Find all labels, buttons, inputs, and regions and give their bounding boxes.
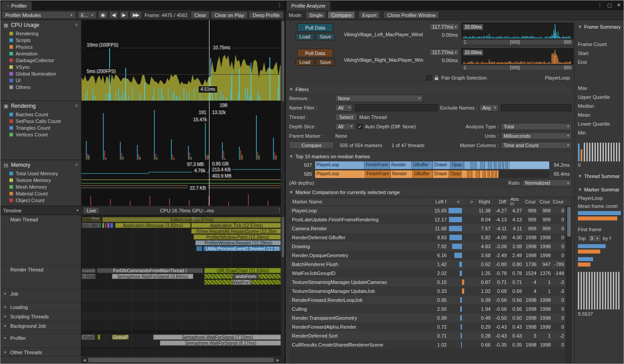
timeline-span[interactable]: Utility.ProcessEvent() [Invoke] (12.20 [203, 246, 282, 251]
marker-row[interactable]: RenderForwardAlpha.Render 0.72 0.29 -0.4… [289, 322, 566, 331]
vscroll-thumb[interactable] [282, 217, 284, 257]
col-right-frame[interactable]: Right [475, 198, 492, 206]
thread-select-button[interactable]: Select [335, 113, 357, 121]
profiler-kebab-menu-icon[interactable]: ⋮ [277, 2, 282, 8]
timeline-lanes[interactable]: rLoop (1.6 EditorLoop (16.47ms) tion.Idl… [81, 215, 285, 356]
top10-marker-segment[interactable] [476, 170, 480, 178]
marker-row[interactable]: TextureStreamingManager.UpdateCameras 0.… [289, 278, 566, 287]
hscroll-thumb[interactable] [88, 358, 274, 362]
export-button[interactable]: Export [359, 11, 380, 19]
thread-group-row[interactable]: Render Thread [0, 265, 81, 289]
memory-module-item[interactable]: Texture Memory [4, 177, 81, 183]
cpu-module-item[interactable]: Scripts [4, 37, 81, 43]
timeline-span[interactable] [196, 246, 202, 251]
frame-range-scrollbar[interactable]: 1 [999] 999 [462, 65, 573, 71]
cpu-module-item[interactable]: Others [4, 84, 81, 90]
marker-row[interactable]: Render.OpaqueGeometry 6.16 3.68 -2.49 2.… [289, 251, 566, 260]
name-filter-input[interactable] [355, 104, 438, 111]
thread-group-row[interactable]: Main Thread [0, 215, 81, 265]
marker-columns-dropdown[interactable]: Time and Count▾ [501, 142, 572, 149]
top10-marker-segment[interactable] [488, 161, 492, 169]
cpu-module-item[interactable]: Rendering [4, 30, 81, 37]
timeline-span[interactable]: Application.Message (3.83ms) [115, 223, 191, 228]
top10-marker-segment[interactable]: Opac [450, 161, 464, 169]
timeline-span[interactable]: IlView.RepaintAll.RepaintScene (12.35m [191, 229, 282, 234]
rendering-module-item[interactable]: Triangles Count [4, 124, 81, 131]
col-count-right[interactable]: Cour [538, 198, 552, 206]
deep-profile-button[interactable]: Deep Profile [249, 11, 283, 19]
timeline-span[interactable]: UIR.DrawChain (11.53ms) [204, 268, 282, 273]
top10-marker-segment[interactable]: Opac [449, 170, 462, 178]
tab-profiler[interactable]: ◔ Profiler [1, 1, 32, 10]
live-button[interactable]: Live [83, 207, 99, 214]
frame-range-scrollbar[interactable]: 1 [999] 999 [462, 39, 573, 45]
close-icon[interactable]: ✕ [617, 2, 621, 8]
cpu-module-item[interactable]: GarbageCollector [4, 57, 81, 63]
cpu-module-item[interactable]: Physics [4, 43, 81, 50]
prev-frame-button[interactable]: ◀ [109, 11, 118, 19]
thread-group-row[interactable]: ▸ Scripting Threads [0, 312, 81, 322]
vscroll-thumb[interactable] [282, 21, 284, 102]
top10-marker-segment[interactable] [509, 161, 549, 169]
marker-row[interactable]: RenderForward.RenderLoopJob 0.95 0.39 -0… [289, 296, 566, 305]
marker-row[interactable]: Render.TransparentGeometry 0.99 0.49 -0.… [289, 313, 566, 322]
next-frame-button[interactable]: ▶ [120, 11, 128, 19]
compare-button[interactable]: Compare [289, 141, 334, 149]
last-frame-button[interactable]: ▶▶ [130, 11, 141, 19]
marker-row[interactable]: PlayerLoop 15.65 11.38 -4.27 4.27 999 99… [289, 206, 566, 215]
timeline-view-dropdown[interactable]: Timeline ▾ [0, 206, 81, 215]
editor-target-dropdown[interactable]: E... ▾ [77, 11, 97, 19]
cpu-module-item[interactable]: Animation [4, 50, 81, 57]
mode-compare-button[interactable]: Compare [328, 11, 355, 19]
mode-single-button[interactable]: Single [306, 11, 327, 19]
cpu-module-item[interactable]: UI [4, 77, 81, 84]
marker-row[interactable]: RenderDeferred.Sort 0.71 0.28 -0.43 0.43… [289, 331, 566, 340]
timeline-span[interactable] [98, 334, 100, 340]
top10-marker-segment[interactable] [481, 161, 485, 169]
name-filter-scope-dropdown[interactable]: All▾ [335, 104, 353, 111]
top10-marker-segment[interactable]: FinishFram [364, 161, 390, 169]
top10-marker-segment[interactable] [471, 161, 476, 169]
hscroll-track[interactable]: ◀ ▶ [81, 356, 285, 364]
top10-marker-segment[interactable] [480, 170, 483, 178]
rendering-module-item[interactable]: SetPass Calls Count [4, 118, 81, 124]
exclude-scope-dropdown[interactable]: Any▾ [479, 104, 499, 111]
units-dropdown[interactable]: Milliseconds▾ [501, 132, 572, 140]
load-button[interactable]: Load [295, 59, 314, 66]
timeline-span[interactable] [107, 223, 110, 228]
ratio-dropdown[interactable]: Normalized▾ [522, 179, 572, 186]
cpu-chart[interactable]: 10ms (100FPS) 5ms (200FPS) 10.75ms 4.51m… [81, 20, 285, 101]
close-profiler-window-button[interactable]: Close Profiler Window [384, 11, 439, 19]
thread-group-row[interactable]: ▸ Other Threads [0, 348, 81, 356]
marker-summary-header[interactable]: ▼ Marker Summar [578, 186, 624, 194]
profiler-modules-dropdown[interactable]: Profiler Modules ▾ [2, 11, 76, 19]
marker-table-scrollbar[interactable] [566, 206, 572, 364]
timeline-span[interactable]: mandsFromM [81, 268, 96, 273]
col-abs-diff[interactable]: Abs D [508, 198, 523, 206]
timeline-span[interactable]: GlobalP [112, 334, 129, 340]
marker-row[interactable]: WaitForJobGroupID 2.02 1.25 -0.78 0.78 1… [289, 269, 566, 278]
pull-data-button[interactable]: Pull Data [297, 23, 333, 32]
clear-button[interactable]: Clear [191, 11, 209, 19]
marker-row[interactable]: TextureStreamingManager.UpdateJob 0.33 1… [289, 287, 566, 296]
frame-time-graph[interactable]: 33.00ms [462, 23, 573, 39]
cpu-module-item[interactable]: VSync [4, 63, 81, 70]
rendering-chart[interactable]: 198 191 13.32k 15.47k [81, 101, 285, 160]
timeline-span[interactable]: andsFrom [233, 274, 259, 279]
top10-marker-segment[interactable]: GBuffer [413, 170, 433, 178]
timeline-span[interactable]: Semaphore.WaitForSignal (7.10ms) [153, 334, 282, 340]
top10-header[interactable]: ▼ Top 10 markers on median frames [289, 152, 572, 161]
timeline-span[interactable] [102, 223, 104, 228]
scroll-right-arrow-icon[interactable]: ▶ [275, 358, 281, 362]
drag-handle-icon[interactable]: ≡ [75, 162, 77, 167]
save-button[interactable]: Save [316, 59, 335, 66]
thread-summary-header[interactable]: ▼ Thread Summar [578, 172, 624, 180]
timeline-span[interactable] [105, 223, 107, 228]
col-count-left[interactable]: Cour [523, 198, 538, 206]
timeline-span[interactable]: tion.Idle (1 [81, 223, 101, 228]
top-n-dropdown[interactable]: 3▾ [588, 235, 601, 242]
frame-playhead[interactable] [209, 101, 209, 160]
top10-marker-segment[interactable]: FinishFram [365, 170, 391, 178]
graph-max-dropdown[interactable]: 117.77ms▾ [429, 23, 459, 30]
marker-comparison-header[interactable]: ▼ Marker Comparison for currently select… [289, 188, 572, 196]
